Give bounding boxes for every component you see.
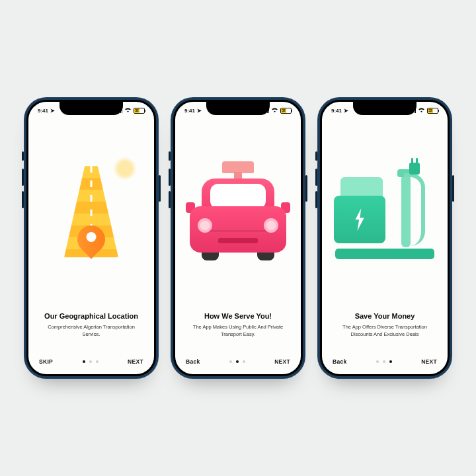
onboarding-illustration-taxi xyxy=(186,126,290,308)
notch xyxy=(353,102,416,115)
location-icon: ➤ xyxy=(197,108,202,114)
battery-icon: 32 xyxy=(134,108,145,114)
page-indicator xyxy=(376,360,392,363)
plug-icon xyxy=(409,163,420,175)
location-icon: ➤ xyxy=(50,108,55,114)
onboarding-title: Save Your Money xyxy=(333,312,437,320)
phone-frame-3: 9:41 ➤ 32 xyxy=(317,97,452,379)
next-button[interactable]: NEXT xyxy=(274,358,290,365)
onboarding-subtitle: The App Makes Using Public And Private T… xyxy=(186,324,290,338)
phone-frame-1: 9:41 ➤ 32 xyxy=(24,97,159,379)
page-indicator xyxy=(229,360,245,363)
notch xyxy=(60,102,123,115)
wifi-icon xyxy=(124,107,132,114)
onboarding-subtitle: The App Offers Diverse Transportation Di… xyxy=(333,324,437,338)
onboarding-illustration-charger xyxy=(333,126,437,308)
next-button[interactable]: NEXT xyxy=(421,358,437,365)
status-time: 9:41 xyxy=(331,108,342,114)
wifi-icon xyxy=(418,107,425,114)
battery-icon: 32 xyxy=(280,108,292,114)
onboarding-title: How We Serve You! xyxy=(186,312,290,320)
battery-icon: 32 xyxy=(427,108,438,114)
onboarding-title: Our Geographical Location xyxy=(39,312,143,320)
back-button[interactable]: Back xyxy=(333,358,347,365)
sun-icon xyxy=(113,157,137,180)
page-indicator xyxy=(83,360,99,363)
skip-button[interactable]: SKIP xyxy=(39,358,53,365)
mockup-stage: 9:41 ➤ 32 xyxy=(24,97,452,379)
location-icon: ➤ xyxy=(344,108,348,114)
status-time: 9:41 xyxy=(184,108,195,114)
onboarding-subtitle: Comprehensive Algerian Transportation Se… xyxy=(39,324,143,338)
onboarding-illustration-road xyxy=(39,126,143,308)
back-button[interactable]: Back xyxy=(186,358,200,365)
charger-box-icon xyxy=(334,196,385,243)
lightning-bolt-icon xyxy=(352,208,367,231)
wifi-icon xyxy=(271,107,278,114)
map-pin-icon xyxy=(77,225,105,260)
next-button[interactable]: NEXT xyxy=(128,358,143,365)
cable-icon xyxy=(404,173,425,246)
phone-frame-2: 9:41 ➤ 32 xyxy=(171,97,305,379)
status-time: 9:41 xyxy=(38,108,48,114)
notch xyxy=(206,102,270,115)
